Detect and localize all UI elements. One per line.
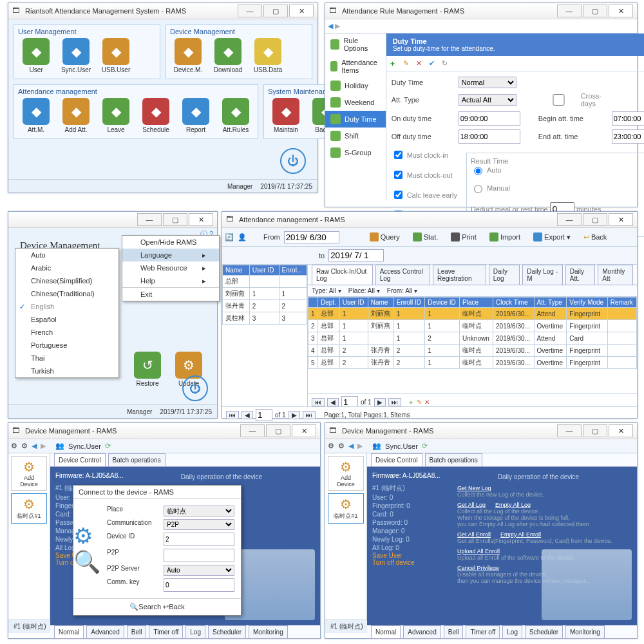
restore-button[interactable]: ↺Restore bbox=[129, 352, 166, 387]
minimize-button[interactable]: — bbox=[238, 5, 262, 17]
device-add-device[interactable]: ⚙Add Device bbox=[11, 456, 47, 491]
fwd-nav-icon[interactable]: ▶ bbox=[357, 442, 363, 450]
launcher-report[interactable]: ◆Report bbox=[178, 98, 214, 133]
tab-normal[interactable]: Normal bbox=[371, 625, 401, 638]
launcher-leave[interactable]: ◆Leave bbox=[98, 98, 134, 133]
table-row[interactable]: 4总部2张丹青21临时点2019/6/30...OvertimeFingerpr… bbox=[308, 345, 637, 357]
print-button[interactable]: Print bbox=[446, 231, 481, 243]
pager-del-icon[interactable]: ✕ bbox=[424, 399, 430, 406]
back-nav-icon[interactable]: ◀ bbox=[328, 22, 333, 30]
calc-leave-check[interactable]: Calc leave early bbox=[392, 189, 457, 201]
table-row[interactable]: 2总部1刘丽燕11临时点2019/6/30...OvertimeFingerpr… bbox=[308, 320, 637, 332]
close-button[interactable]: ✕ bbox=[609, 5, 633, 17]
back-nav-icon[interactable]: ◀ bbox=[348, 442, 354, 450]
op-get-new-log[interactable]: Get New LogCollect the new Log of the de… bbox=[457, 485, 633, 498]
launcher-att-rules[interactable]: ◆Att.Rules bbox=[218, 98, 254, 133]
save-button[interactable]: ✔ bbox=[429, 59, 435, 68]
commkey-input[interactable] bbox=[164, 578, 234, 592]
pager2-prev[interactable]: ◀ bbox=[242, 411, 253, 419]
tab-daily-att-[interactable]: Daily Att. bbox=[565, 265, 596, 285]
tab-normal[interactable]: Normal bbox=[54, 625, 84, 638]
minimize-button[interactable]: — bbox=[240, 424, 265, 437]
minimize-button[interactable]: — bbox=[137, 213, 162, 226]
att-type-select[interactable]: Actual Att bbox=[459, 94, 516, 106]
duty-select[interactable]: Normal bbox=[459, 77, 516, 88]
side-rule-options[interactable]: Rule Options bbox=[325, 33, 386, 55]
sync-user-label[interactable]: Sync.User bbox=[68, 442, 101, 450]
tab-daily-log[interactable]: Daily Log bbox=[489, 265, 520, 285]
pager2-input[interactable] bbox=[256, 409, 272, 421]
launcher-user[interactable]: ◆User bbox=[18, 38, 54, 73]
maximize-button[interactable]: ▢ bbox=[163, 213, 187, 226]
launcher-usb-data[interactable]: ◆USB.Data bbox=[250, 38, 286, 73]
lang-portuguese[interactable]: Portuguese bbox=[15, 339, 118, 352]
side-attendance-items[interactable]: Attendance Items bbox=[325, 55, 386, 77]
maximize-button[interactable]: ▢ bbox=[583, 5, 607, 17]
pager-last[interactable]: ⏭ bbox=[388, 398, 401, 406]
tab-advanced[interactable]: Advanced bbox=[86, 625, 124, 638]
maximize-button[interactable]: ▢ bbox=[583, 213, 607, 226]
side-holiday[interactable]: Holiday bbox=[325, 77, 386, 94]
menu-language[interactable]: Language▸ bbox=[122, 249, 219, 261]
query-button[interactable]: Query bbox=[365, 231, 404, 243]
place-filter[interactable]: All bbox=[368, 287, 375, 294]
search-button[interactable]: 🔍Search bbox=[129, 603, 161, 611]
off-duty-input[interactable] bbox=[459, 129, 520, 144]
device-add-device[interactable]: ⚙Add Device bbox=[328, 456, 364, 491]
fwd-nav-icon[interactable]: ▶ bbox=[335, 22, 340, 30]
place-select[interactable]: 临时点 bbox=[164, 506, 234, 516]
fwd-nav-icon[interactable]: ▶ bbox=[41, 442, 46, 450]
back-button[interactable]: ↩Back bbox=[163, 603, 184, 611]
minimize-button[interactable]: — bbox=[557, 213, 582, 226]
side-shift[interactable]: Shift bbox=[325, 128, 386, 144]
deviceid-input[interactable] bbox=[164, 533, 234, 546]
from-filter[interactable]: All bbox=[405, 287, 412, 294]
minimize-button[interactable]: — bbox=[557, 424, 582, 437]
close-button[interactable]: ✕ bbox=[289, 5, 314, 17]
edit-button[interactable]: ✎ bbox=[403, 59, 409, 68]
user-icon[interactable]: 👤 bbox=[238, 233, 247, 242]
sync-user-icon[interactable]: 👥 bbox=[55, 442, 64, 450]
p2p-input[interactable] bbox=[164, 549, 234, 562]
tab-timer-off[interactable]: Timer off bbox=[466, 625, 500, 638]
delete-button[interactable]: ✕ bbox=[416, 59, 422, 68]
add-button[interactable]: ＋ bbox=[389, 59, 396, 68]
menu-exit[interactable]: Exit bbox=[122, 287, 219, 301]
power-button[interactable]: ⏻ bbox=[280, 148, 306, 174]
type-filter[interactable]: All bbox=[329, 287, 336, 294]
tab-raw-clock-in-out-log[interactable]: Raw Clock-In/Out Log bbox=[312, 265, 373, 285]
list-item[interactable]: 吴柱林33 bbox=[223, 312, 307, 325]
maximize-button[interactable]: ▢ bbox=[266, 424, 290, 437]
device--1[interactable]: ⚙临时点#1 bbox=[328, 493, 364, 524]
maximize-button[interactable]: ▢ bbox=[583, 424, 607, 437]
lang-turkish[interactable]: Turkish bbox=[15, 365, 118, 377]
tab-bell[interactable]: Bell bbox=[127, 625, 147, 638]
launcher-download[interactable]: ◆Download bbox=[210, 38, 246, 73]
export-button[interactable]: Export ▾ bbox=[529, 231, 575, 243]
refresh-icon[interactable]: 🔄 bbox=[225, 233, 234, 242]
lang-french[interactable]: French bbox=[15, 326, 118, 339]
pager2-last[interactable]: ⏭ bbox=[303, 411, 316, 419]
lang-español[interactable]: Español bbox=[15, 313, 118, 326]
tab-monitoring[interactable]: Monitoring bbox=[249, 625, 288, 638]
list-item[interactable]: 张丹青22 bbox=[223, 300, 307, 312]
tab-scheduler[interactable]: Scheduler bbox=[525, 625, 563, 638]
list-item[interactable]: 刘丽燕11 bbox=[223, 288, 307, 300]
pager2-first[interactable]: ⏮ bbox=[226, 411, 239, 419]
tab-timer-off[interactable]: Timer off bbox=[149, 625, 183, 638]
lang-chinese(simplified)[interactable]: Chinese(Simplified) bbox=[15, 274, 118, 287]
power-button[interactable]: ⏻ bbox=[182, 375, 208, 401]
tab-scheduler[interactable]: Scheduler bbox=[208, 625, 246, 638]
stat-button[interactable]: Stat. bbox=[408, 231, 443, 243]
manual-radio[interactable]: Manual bbox=[471, 183, 644, 193]
lang-auto[interactable]: Auto bbox=[15, 249, 118, 261]
close-button[interactable]: ✕ bbox=[609, 213, 633, 226]
tab-device-control[interactable]: Device Control bbox=[54, 453, 106, 466]
must-clockout-check[interactable]: Must clock-out bbox=[392, 169, 457, 181]
launcher-maintain[interactable]: ◆Maintain bbox=[268, 98, 304, 133]
auto-radio[interactable]: Auto bbox=[471, 165, 644, 175]
tab-batch-ops[interactable]: Batch operations bbox=[108, 453, 166, 466]
op-get-all-log[interactable]: Get All Log Empty All LogCollect all the… bbox=[457, 502, 633, 527]
launcher-add-att-[interactable]: ◆Add Att. bbox=[58, 98, 94, 133]
side-s-group[interactable]: S-Group bbox=[325, 144, 386, 161]
